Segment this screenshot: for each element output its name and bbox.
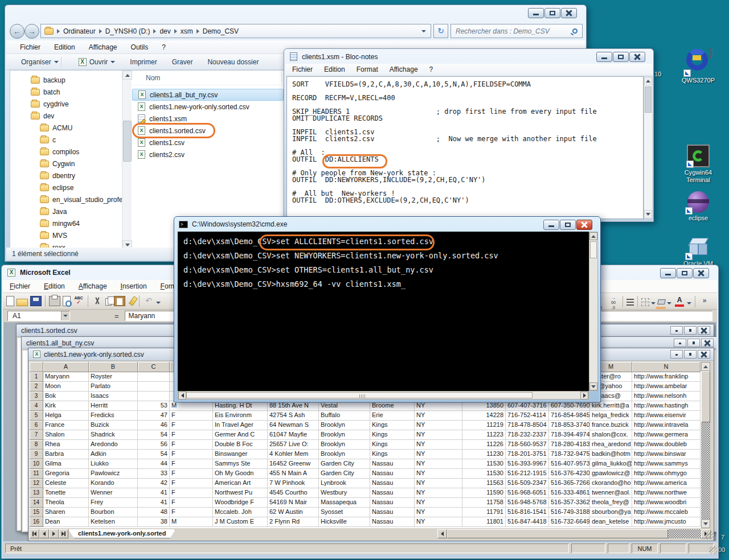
cell[interactable]: Brooklyn — [319, 450, 370, 459]
cell[interactable]: http://www.germera — [632, 430, 701, 440]
row-number[interactable]: 5 — [30, 411, 43, 421]
cell[interactable]: http://www.northwe — [632, 488, 701, 498]
cell[interactable]: Double B Foc — [213, 440, 268, 450]
row-number[interactable]: 1 — [30, 372, 43, 382]
cell[interactable]: NY — [415, 479, 462, 488]
menu-item[interactable]: Edition — [324, 65, 345, 73]
cell[interactable]: Hicksville — [319, 517, 370, 527]
cell[interactable]: Shadrick — [89, 430, 138, 440]
cell[interactable]: Oh My Goodn — [213, 469, 268, 479]
scrollbar-thumb[interactable] — [590, 241, 597, 258]
cell[interactable]: http://www.america — [632, 479, 701, 488]
cell[interactable]: 516-509-2347 — [506, 479, 549, 488]
scroll-up-icon[interactable] — [703, 365, 708, 368]
maximize-button[interactable] — [684, 326, 697, 335]
organize-button[interactable]: Organiser — [21, 58, 59, 66]
scroll-down-icon[interactable] — [646, 213, 650, 216]
cell[interactable]: F — [170, 488, 213, 498]
cell[interactable]: NY — [415, 498, 462, 508]
row-number[interactable]: 4 — [30, 401, 43, 411]
cell[interactable]: helga_fredick — [590, 411, 632, 421]
scroll-up-icon[interactable] — [591, 235, 596, 238]
cell[interactable]: 38 — [138, 517, 170, 527]
cell[interactable]: 56 — [138, 440, 170, 450]
cell[interactable]: Nassau — [370, 479, 415, 488]
cell[interactable]: F — [170, 459, 213, 469]
cell[interactable]: 42754 S Ash — [268, 411, 319, 421]
corner-cell[interactable] — [30, 362, 43, 372]
cell[interactable]: 716-752-4114 — [506, 411, 549, 421]
spellcheck-icon[interactable]: ABC — [73, 296, 84, 306]
cell[interactable]: Sammys Ste — [213, 459, 268, 469]
cell[interactable]: rhea_aredond — [590, 440, 632, 450]
cell[interactable]: Shalon — [43, 430, 89, 440]
cell[interactable]: 516-968-6051 — [506, 488, 549, 498]
cell[interactable]: http://www.jmcusto — [632, 517, 701, 527]
cell[interactable]: france.buzick — [590, 421, 632, 430]
cell[interactable]: Kings — [370, 440, 415, 450]
cell[interactable]: M — [170, 517, 213, 527]
cell[interactable]: 516-407-9573 — [549, 459, 590, 469]
cell[interactable]: 88 15th Ave N — [268, 401, 319, 411]
resize-grip[interactable] — [706, 532, 714, 540]
tree-item[interactable]: batch — [10, 86, 122, 98]
scroll-up-icon[interactable] — [125, 74, 130, 77]
breadcrumb-segment[interactable]: xsm — [171, 27, 193, 35]
cell[interactable]: 11758 — [462, 498, 506, 508]
cell[interactable]: Royster — [89, 372, 138, 382]
print-button[interactable]: Imprimer — [130, 58, 157, 66]
cell[interactable]: 4545 Courtho — [268, 488, 319, 498]
close-button[interactable] — [576, 220, 592, 230]
cell[interactable]: NY — [415, 450, 462, 459]
cell[interactable]: NY — [415, 401, 462, 411]
name-box[interactable]: A1 — [7, 311, 70, 321]
cell[interactable]: Bourbon — [89, 508, 138, 517]
hscrollbar-track[interactable] — [668, 529, 701, 538]
cell[interactable]: 11223 — [462, 430, 506, 440]
cell[interactable]: Garden City — [319, 459, 370, 469]
tree-item[interactable]: compilos — [10, 146, 122, 158]
cell[interactable]: American Art — [213, 479, 268, 488]
menu-item[interactable]: Fichier — [292, 65, 313, 73]
cell[interactable]: Parlato — [89, 382, 138, 392]
cell[interactable]: J M Custom E — [213, 517, 268, 527]
menu-item[interactable]: Edition — [54, 43, 75, 51]
cell[interactable]: 7 W Pinhook — [268, 479, 319, 488]
cell[interactable]: 607-350-7690 — [549, 401, 590, 411]
minimize-button[interactable] — [670, 326, 683, 335]
cell[interactable]: 718-394-4974 — [549, 430, 590, 440]
cell[interactable]: Wenner — [89, 488, 138, 498]
hscroll-left-icon[interactable] — [437, 529, 447, 538]
cell[interactable] — [138, 372, 170, 382]
cell[interactable]: France — [43, 421, 89, 430]
cell[interactable]: Liukko — [89, 459, 138, 469]
notepad-scrollbar[interactable] — [644, 76, 653, 219]
refresh-button[interactable]: ↻ — [433, 24, 448, 38]
more-buttons-icon[interactable]: » — [699, 297, 710, 307]
cell[interactable]: Buzick — [89, 421, 138, 430]
new-document-icon[interactable] — [6, 296, 14, 306]
cell[interactable]: Rhea — [43, 440, 89, 450]
tree-item[interactable]: cygdrive — [10, 98, 122, 110]
cell[interactable]: 516-212-1915 — [506, 469, 549, 479]
scroll-left-icon[interactable] — [181, 393, 184, 398]
cell[interactable]: 2 Flynn Rd — [268, 517, 319, 527]
borders-icon[interactable] — [641, 298, 649, 306]
cell[interactable]: NY — [415, 440, 462, 450]
cell[interactable]: Adkin — [89, 450, 138, 459]
menu-item[interactable]: Edition — [44, 282, 65, 290]
file-row[interactable]: clients1.csv — [132, 137, 284, 149]
row-number[interactable]: 11 — [30, 469, 43, 479]
cell[interactable]: Sharen — [43, 508, 89, 517]
cell[interactable]: 516-376-4230 — [549, 469, 590, 479]
cell[interactable]: Isaacs — [89, 392, 138, 401]
cell[interactable]: 11226 — [462, 440, 506, 450]
cell[interactable]: badkin@hotm — [590, 450, 632, 459]
cell[interactable]: 54 — [138, 430, 170, 440]
cell[interactable]: 62 W Austin — [268, 508, 319, 517]
cell[interactable]: dean_ketelse — [590, 517, 632, 527]
cell[interactable]: Bok — [43, 392, 89, 401]
maximize-button[interactable] — [560, 220, 576, 230]
breadcrumb[interactable]: OrdinateurD_YNSH0 (D:)devxsmDemo_CSV — [40, 24, 431, 38]
cell[interactable]: NY — [415, 469, 462, 479]
